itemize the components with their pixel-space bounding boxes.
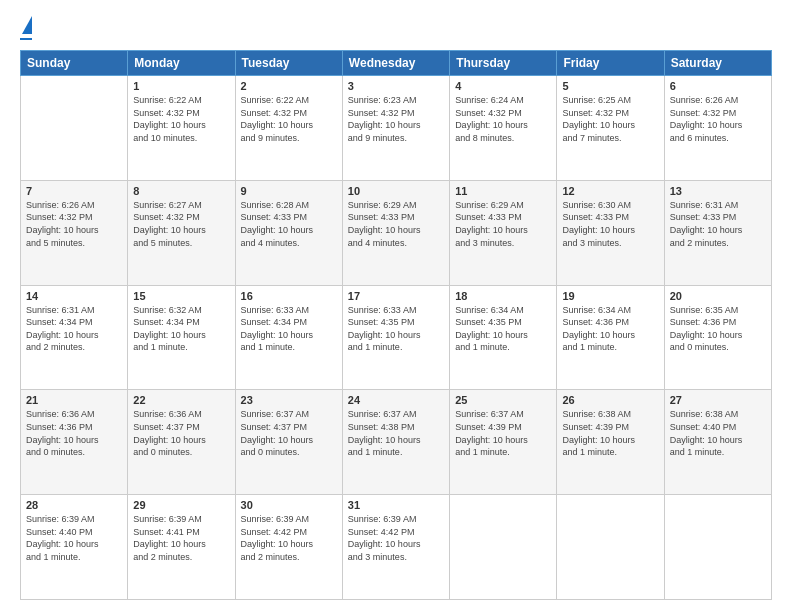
day-content: Sunrise: 6:39 AM Sunset: 4:40 PM Dayligh…: [26, 513, 122, 563]
column-header-monday: Monday: [128, 51, 235, 76]
day-content: Sunrise: 6:33 AM Sunset: 4:34 PM Dayligh…: [241, 304, 337, 354]
day-content: Sunrise: 6:34 AM Sunset: 4:36 PM Dayligh…: [562, 304, 658, 354]
day-cell: 1Sunrise: 6:22 AM Sunset: 4:32 PM Daylig…: [128, 76, 235, 181]
day-content: Sunrise: 6:23 AM Sunset: 4:32 PM Dayligh…: [348, 94, 444, 144]
day-content: Sunrise: 6:29 AM Sunset: 4:33 PM Dayligh…: [348, 199, 444, 249]
day-number: 22: [133, 394, 229, 406]
day-number: 21: [26, 394, 122, 406]
day-content: Sunrise: 6:22 AM Sunset: 4:32 PM Dayligh…: [241, 94, 337, 144]
day-cell: 3Sunrise: 6:23 AM Sunset: 4:32 PM Daylig…: [342, 76, 449, 181]
day-cell: 22Sunrise: 6:36 AM Sunset: 4:37 PM Dayli…: [128, 390, 235, 495]
day-number: 14: [26, 290, 122, 302]
logo: [20, 16, 32, 40]
column-header-sunday: Sunday: [21, 51, 128, 76]
day-cell: 8Sunrise: 6:27 AM Sunset: 4:32 PM Daylig…: [128, 180, 235, 285]
day-cell: 6Sunrise: 6:26 AM Sunset: 4:32 PM Daylig…: [664, 76, 771, 181]
day-cell: 27Sunrise: 6:38 AM Sunset: 4:40 PM Dayli…: [664, 390, 771, 495]
day-content: Sunrise: 6:33 AM Sunset: 4:35 PM Dayligh…: [348, 304, 444, 354]
day-number: 26: [562, 394, 658, 406]
day-content: Sunrise: 6:36 AM Sunset: 4:36 PM Dayligh…: [26, 408, 122, 458]
column-header-friday: Friday: [557, 51, 664, 76]
page: SundayMondayTuesdayWednesdayThursdayFrid…: [0, 0, 792, 612]
day-content: Sunrise: 6:29 AM Sunset: 4:33 PM Dayligh…: [455, 199, 551, 249]
day-content: Sunrise: 6:24 AM Sunset: 4:32 PM Dayligh…: [455, 94, 551, 144]
day-cell: 12Sunrise: 6:30 AM Sunset: 4:33 PM Dayli…: [557, 180, 664, 285]
day-cell: [450, 495, 557, 600]
day-cell: 31Sunrise: 6:39 AM Sunset: 4:42 PM Dayli…: [342, 495, 449, 600]
day-content: Sunrise: 6:37 AM Sunset: 4:37 PM Dayligh…: [241, 408, 337, 458]
day-number: 1: [133, 80, 229, 92]
day-content: Sunrise: 6:25 AM Sunset: 4:32 PM Dayligh…: [562, 94, 658, 144]
day-cell: 30Sunrise: 6:39 AM Sunset: 4:42 PM Dayli…: [235, 495, 342, 600]
day-cell: 13Sunrise: 6:31 AM Sunset: 4:33 PM Dayli…: [664, 180, 771, 285]
day-content: Sunrise: 6:30 AM Sunset: 4:33 PM Dayligh…: [562, 199, 658, 249]
day-cell: 23Sunrise: 6:37 AM Sunset: 4:37 PM Dayli…: [235, 390, 342, 495]
day-cell: 21Sunrise: 6:36 AM Sunset: 4:36 PM Dayli…: [21, 390, 128, 495]
day-cell: 28Sunrise: 6:39 AM Sunset: 4:40 PM Dayli…: [21, 495, 128, 600]
day-cell: [21, 76, 128, 181]
day-cell: 15Sunrise: 6:32 AM Sunset: 4:34 PM Dayli…: [128, 285, 235, 390]
day-cell: 2Sunrise: 6:22 AM Sunset: 4:32 PM Daylig…: [235, 76, 342, 181]
day-number: 12: [562, 185, 658, 197]
day-number: 27: [670, 394, 766, 406]
day-cell: 4Sunrise: 6:24 AM Sunset: 4:32 PM Daylig…: [450, 76, 557, 181]
day-content: Sunrise: 6:39 AM Sunset: 4:42 PM Dayligh…: [241, 513, 337, 563]
day-number: 19: [562, 290, 658, 302]
day-number: 11: [455, 185, 551, 197]
week-row-2: 7Sunrise: 6:26 AM Sunset: 4:32 PM Daylig…: [21, 180, 772, 285]
column-header-saturday: Saturday: [664, 51, 771, 76]
day-number: 7: [26, 185, 122, 197]
day-number: 16: [241, 290, 337, 302]
week-row-1: 1Sunrise: 6:22 AM Sunset: 4:32 PM Daylig…: [21, 76, 772, 181]
week-row-3: 14Sunrise: 6:31 AM Sunset: 4:34 PM Dayli…: [21, 285, 772, 390]
day-content: Sunrise: 6:35 AM Sunset: 4:36 PM Dayligh…: [670, 304, 766, 354]
day-content: Sunrise: 6:38 AM Sunset: 4:40 PM Dayligh…: [670, 408, 766, 458]
day-cell: [664, 495, 771, 600]
day-number: 25: [455, 394, 551, 406]
day-cell: 18Sunrise: 6:34 AM Sunset: 4:35 PM Dayli…: [450, 285, 557, 390]
day-number: 28: [26, 499, 122, 511]
day-cell: 7Sunrise: 6:26 AM Sunset: 4:32 PM Daylig…: [21, 180, 128, 285]
week-row-4: 21Sunrise: 6:36 AM Sunset: 4:36 PM Dayli…: [21, 390, 772, 495]
day-cell: 16Sunrise: 6:33 AM Sunset: 4:34 PM Dayli…: [235, 285, 342, 390]
day-content: Sunrise: 6:28 AM Sunset: 4:33 PM Dayligh…: [241, 199, 337, 249]
header: [20, 16, 772, 40]
day-cell: 19Sunrise: 6:34 AM Sunset: 4:36 PM Dayli…: [557, 285, 664, 390]
day-number: 8: [133, 185, 229, 197]
day-content: Sunrise: 6:38 AM Sunset: 4:39 PM Dayligh…: [562, 408, 658, 458]
day-content: Sunrise: 6:31 AM Sunset: 4:33 PM Dayligh…: [670, 199, 766, 249]
day-number: 4: [455, 80, 551, 92]
day-content: Sunrise: 6:37 AM Sunset: 4:39 PM Dayligh…: [455, 408, 551, 458]
day-number: 30: [241, 499, 337, 511]
day-cell: 14Sunrise: 6:31 AM Sunset: 4:34 PM Dayli…: [21, 285, 128, 390]
day-number: 9: [241, 185, 337, 197]
day-number: 3: [348, 80, 444, 92]
day-number: 10: [348, 185, 444, 197]
day-cell: 17Sunrise: 6:33 AM Sunset: 4:35 PM Dayli…: [342, 285, 449, 390]
day-cell: 5Sunrise: 6:25 AM Sunset: 4:32 PM Daylig…: [557, 76, 664, 181]
column-header-thursday: Thursday: [450, 51, 557, 76]
day-number: 17: [348, 290, 444, 302]
week-row-5: 28Sunrise: 6:39 AM Sunset: 4:40 PM Dayli…: [21, 495, 772, 600]
logo-triangle-icon: [22, 16, 32, 34]
day-number: 6: [670, 80, 766, 92]
day-number: 24: [348, 394, 444, 406]
day-content: Sunrise: 6:27 AM Sunset: 4:32 PM Dayligh…: [133, 199, 229, 249]
day-cell: [557, 495, 664, 600]
day-number: 15: [133, 290, 229, 302]
header-row: SundayMondayTuesdayWednesdayThursdayFrid…: [21, 51, 772, 76]
day-number: 2: [241, 80, 337, 92]
calendar-table: SundayMondayTuesdayWednesdayThursdayFrid…: [20, 50, 772, 600]
column-header-wednesday: Wednesday: [342, 51, 449, 76]
logo-underline: [20, 38, 32, 40]
day-content: Sunrise: 6:26 AM Sunset: 4:32 PM Dayligh…: [26, 199, 122, 249]
day-content: Sunrise: 6:39 AM Sunset: 4:42 PM Dayligh…: [348, 513, 444, 563]
day-content: Sunrise: 6:36 AM Sunset: 4:37 PM Dayligh…: [133, 408, 229, 458]
day-number: 5: [562, 80, 658, 92]
day-cell: 25Sunrise: 6:37 AM Sunset: 4:39 PM Dayli…: [450, 390, 557, 495]
day-cell: 20Sunrise: 6:35 AM Sunset: 4:36 PM Dayli…: [664, 285, 771, 390]
day-content: Sunrise: 6:37 AM Sunset: 4:38 PM Dayligh…: [348, 408, 444, 458]
day-cell: 24Sunrise: 6:37 AM Sunset: 4:38 PM Dayli…: [342, 390, 449, 495]
day-content: Sunrise: 6:34 AM Sunset: 4:35 PM Dayligh…: [455, 304, 551, 354]
day-number: 18: [455, 290, 551, 302]
